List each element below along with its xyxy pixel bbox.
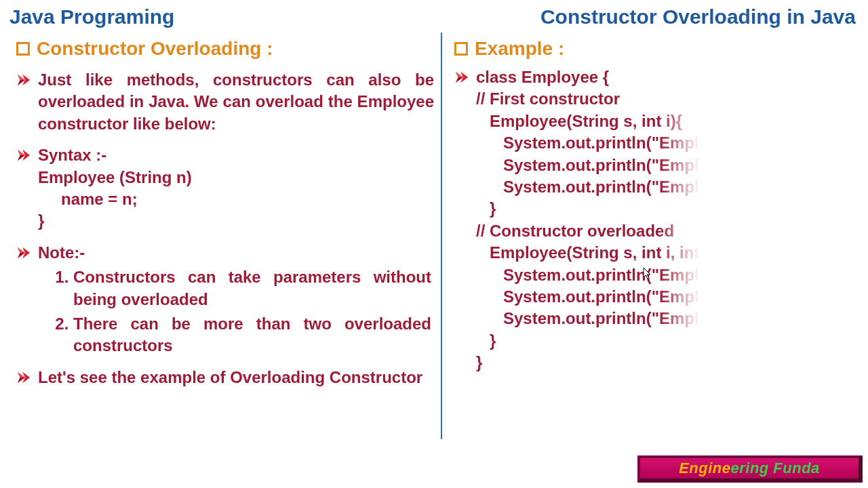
note-item: Constructors can take parameters without… <box>73 266 434 310</box>
syntax-label: Syntax :- <box>38 144 192 166</box>
bullet-code: class Employee { // First constructor Em… <box>454 66 868 373</box>
right-column: Example : class Employee { // First cons… <box>441 33 868 439</box>
arrow-icon <box>16 370 31 385</box>
code-line: // First constructor <box>476 88 736 110</box>
title-left: Java Programing <box>9 5 174 28</box>
arrow-icon <box>16 245 31 260</box>
section-heading-right: Example : <box>454 38 868 60</box>
code-line: System.out.println("Employee <box>476 264 736 286</box>
left-column: Constructor Overloading : Just like meth… <box>0 33 441 439</box>
bullet-syntax: Syntax :- Employee (String n) name = n; … <box>16 144 434 232</box>
arrow-icon <box>16 148 31 163</box>
code-line: } <box>476 330 736 352</box>
note-block: Note:- Constructors can take parameters … <box>38 242 434 357</box>
code-line: System.out.println("Employee <box>476 155 736 176</box>
slide-header: Java Programing Constructor Overloading … <box>0 0 868 28</box>
content-columns: Constructor Overloading : Just like meth… <box>0 33 868 439</box>
title-right: Constructor Overloading in Java <box>540 5 856 28</box>
outro-text: Let's see the example of Overloading Con… <box>38 367 422 388</box>
brand-banner: Engineering Funda <box>637 455 863 483</box>
arrow-icon <box>454 70 469 85</box>
code-line: System.out.println("Employee <box>476 286 736 308</box>
code-line: System.out.println("Employee <box>476 308 736 329</box>
square-bullet-icon <box>16 42 30 56</box>
bullet-note: Note:- Constructors can take parameters … <box>16 242 434 357</box>
note-label: Note:- <box>38 242 434 264</box>
code-line: } <box>476 198 736 220</box>
bullet-intro: Just like methods, constructors can also… <box>16 69 434 135</box>
code-line: // Constructor overloaded <box>476 220 736 242</box>
note-item: There can be more than two overloaded co… <box>73 313 434 357</box>
code-line: Employee(String s, int i){ <box>476 110 736 132</box>
syntax-line: name = n; <box>38 188 192 210</box>
section-title-right: Example : <box>475 38 564 60</box>
square-bullet-icon <box>454 42 468 56</box>
section-heading-left: Constructor Overloading : <box>16 38 434 60</box>
syntax-block: Syntax :- Employee (String n) name = n; … <box>38 144 192 232</box>
arrow-icon <box>16 73 31 87</box>
code-line: Employee(String s, int i, int <box>476 242 736 264</box>
section-title-left: Constructor Overloading : <box>37 38 273 60</box>
code-line: System.out.println("Employee <box>476 132 736 154</box>
brand-part2: ering Funda <box>730 460 819 476</box>
note-list: Constructors can take parameters without… <box>73 266 434 357</box>
syntax-line: } <box>38 210 192 232</box>
brand-part1: Engine <box>679 460 730 476</box>
code-line: } <box>476 352 736 373</box>
code-line: class Employee { <box>476 66 736 88</box>
code-line: System.out.println("Employee <box>476 176 736 198</box>
bullet-outro: Let's see the example of Overloading Con… <box>16 367 434 388</box>
intro-text: Just like methods, constructors can also… <box>38 69 434 135</box>
code-block: class Employee { // First constructor Em… <box>476 66 736 373</box>
syntax-line: Employee (String n) <box>38 167 192 188</box>
mouse-cursor-icon <box>643 267 652 281</box>
